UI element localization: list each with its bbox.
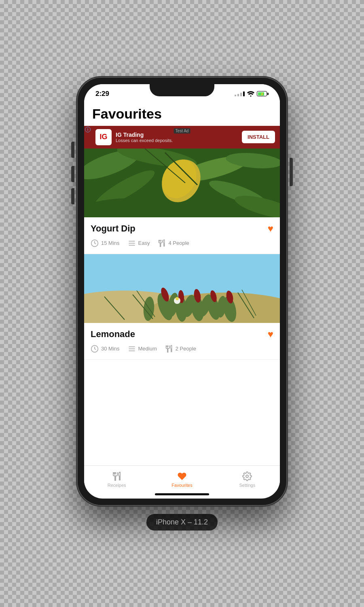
servings-icon [158, 239, 166, 247]
clock-icon [91, 239, 99, 247]
recipe-meta-yogurt-dip: 15 Mins Easy [91, 239, 273, 247]
difficulty-icon [128, 345, 136, 353]
home-indicator [155, 493, 209, 495]
meta-time-yogurt-dip: 15 Mins [91, 239, 120, 247]
favourite-icon-lemonade[interactable]: ♥ [268, 329, 273, 340]
recipe-info-lemonade: Lemonade ♥ 30 Mins [84, 323, 280, 359]
meta-servings-label-lemonade: 2 People [176, 346, 196, 352]
nav-label-recipes: Receipes [108, 483, 126, 488]
ad-banner[interactable]: i IG IG Trading Losses can exceed deposi… [84, 126, 280, 149]
status-time: 2:29 [95, 90, 109, 98]
meta-difficulty-yogurt-dip: Easy [128, 239, 150, 247]
recipe-image-lemonade [84, 254, 280, 323]
status-icons: ⚡ [235, 91, 269, 97]
nav-item-recipes[interactable]: Receipes [84, 469, 149, 490]
recipe-image-yogurt-dip [84, 149, 280, 217]
signal-strength-icon [235, 91, 245, 96]
bottom-nav: Receipes Favourites Settings [84, 465, 280, 492]
recipe-meta-lemonade: 30 Mins Medium [91, 345, 273, 353]
cutlery-icon [112, 471, 122, 481]
meta-time-label-lemonade: 30 Mins [101, 346, 120, 352]
favourite-icon-yogurt-dip[interactable]: ♥ [268, 223, 273, 234]
recipe-title-lemonade: Lemonade [91, 329, 135, 340]
device-label: iPhone X – 11.2 [146, 514, 218, 531]
notch [150, 84, 214, 96]
gear-icon [242, 471, 252, 481]
wifi-icon [247, 91, 254, 97]
meta-servings-label: 4 People [168, 240, 189, 246]
recipes-list: Yogurt Dip ♥ 15 Mins [84, 149, 280, 465]
ad-info-icon: i [85, 127, 91, 132]
ad-label: Test Ad [174, 128, 190, 134]
recipe-card-yogurt-dip[interactable]: Yogurt Dip ♥ 15 Mins [84, 149, 280, 254]
svg-point-56 [246, 475, 248, 478]
recipe-title-row: Yogurt Dip ♥ [91, 223, 273, 234]
heart-icon-nav [177, 471, 187, 481]
meta-difficulty-label: Easy [138, 240, 150, 246]
ad-subtitle: Losses can exceed deposits. [116, 138, 238, 143]
servings-icon [165, 345, 173, 353]
recipe-title-yogurt-dip: Yogurt Dip [91, 223, 135, 234]
meta-time-label: 15 Mins [101, 240, 120, 246]
nav-item-favourites[interactable]: Favourites [149, 469, 214, 490]
ad-logo: IG [95, 129, 112, 145]
meta-difficulty-lemonade: Medium [128, 345, 157, 353]
meta-time-lemonade: 30 Mins [91, 345, 120, 353]
meta-servings-yogurt-dip: 4 People [158, 239, 189, 247]
clock-icon [91, 345, 99, 353]
app-content: Favourites i IG IG Trading Losses can ex… [84, 101, 280, 499]
svg-point-40 [176, 297, 179, 300]
meta-difficulty-label-lemonade: Medium [138, 346, 157, 352]
page-title: Favourites [84, 101, 280, 126]
recipe-title-row-lemonade: Lemonade ♥ [91, 329, 273, 340]
battery-icon: ⚡ [257, 91, 269, 96]
meta-servings-lemonade: 2 People [165, 345, 196, 353]
nav-item-settings[interactable]: Settings [215, 469, 280, 490]
phone-screen: 2:29 ⚡ [84, 84, 280, 499]
nav-label-favourites: Favourites [171, 483, 192, 488]
recipe-info-yogurt-dip: Yogurt Dip ♥ 15 Mins [84, 217, 280, 254]
ad-install-button[interactable]: INSTALL [242, 131, 275, 143]
nav-label-settings: Settings [239, 483, 255, 488]
status-bar: 2:29 ⚡ [84, 84, 280, 101]
difficulty-icon [128, 239, 136, 247]
recipe-card-lemonade[interactable]: Lemonade ♥ 30 Mins [84, 254, 280, 360]
svg-point-0 [250, 95, 252, 96]
phone-frame: 2:29 ⚡ [77, 77, 287, 506]
